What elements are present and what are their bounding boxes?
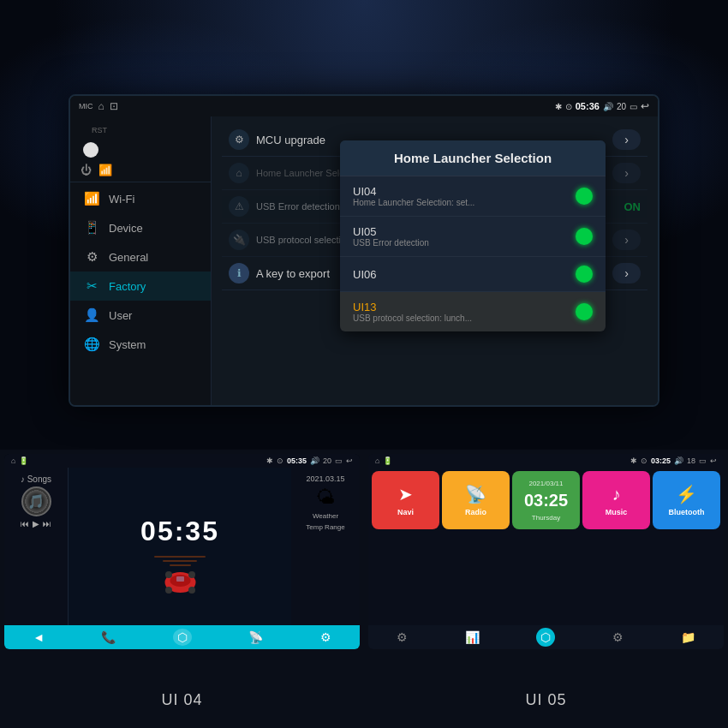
ui04-back-icon[interactable]: ↩ (346, 456, 353, 465)
export-left: ℹ A key to export (229, 263, 330, 283)
ui04-wifi-icon: ⊙ (277, 456, 283, 465)
ui05-nav-chart[interactable]: 📊 (465, 630, 480, 644)
mcu-label: MCU upgrade (256, 134, 325, 146)
dialog-item-ui13[interactable]: UI13 USB protocol selection: lunch... (340, 292, 606, 331)
home-launcher-arrow-btn[interactable]: › (612, 163, 641, 183)
sidebar-item-device[interactable]: 📱 Device (70, 213, 211, 242)
back-icon[interactable]: ↩ (641, 100, 649, 112)
ui05-status-bar: ⌂ 🔋 ✱ ⊙ 03:25 🔊 18 ▭ ↩ (368, 454, 724, 468)
ui05-nav-gear[interactable]: ⚙ (612, 630, 624, 644)
wrench-icon: ✂ (83, 278, 100, 294)
sidebar-item-user[interactable]: 👤 User (70, 301, 211, 330)
sidebar-item-system[interactable]: 🌐 System (70, 330, 211, 359)
ui05-body: ➤ Navi 📡 Radio 2021/03/11 03:25 Thurs (368, 468, 724, 622)
ui13-sublabel: USB protocol selection: lunch... (353, 313, 472, 323)
power-icon[interactable]: ⏻ (81, 164, 92, 176)
mic-label: MIC (79, 102, 93, 110)
wifi-status-icon: ⊙ (565, 102, 572, 111)
user-icon: 👤 (83, 307, 100, 323)
ui06-toggle[interactable] (576, 266, 593, 283)
usb-protocol-arrow-btn[interactable]: › (612, 230, 641, 250)
mcu-arrow-btn[interactable]: › (612, 129, 641, 150)
sidebar-item-factory[interactable]: ✂ Factory (70, 272, 211, 301)
ui04-left-panel: ♪ Songs 🎵 ⏮ ▶ ⏭ (4, 468, 69, 646)
ui04-bottom-label: UI 04 (0, 677, 364, 724)
home-launcher-icon: ⌂ (229, 163, 249, 183)
wifi-icon: 📶 (83, 191, 100, 206)
camera-icon: ⊡ (110, 100, 118, 112)
export-arrow-btn[interactable]: › (612, 263, 641, 283)
status-bar-right: ✱ ⊙ 05:36 🔊 20 ▭ ↩ (555, 100, 649, 112)
battery-icon: ▭ (630, 102, 637, 111)
ui04-home-icon: ⌂ (11, 456, 15, 465)
ui05-toggle[interactable] (576, 228, 593, 245)
next-btn[interactable]: ⏭ (43, 519, 51, 528)
navi-label: Navi (397, 508, 414, 516)
ui05-nav-home[interactable]: ⬡ (536, 628, 555, 647)
ui05-time: 03:25 (651, 456, 671, 465)
ui04-sub-screen: ⌂ 🔋 ✱ ⊙ 05:35 🔊 20 ▭ ↩ (0, 450, 364, 677)
gear-icon: ⚙ (83, 249, 100, 265)
bluetooth-icon: ⚡ (676, 484, 697, 504)
bottom-section: ⌂ 🔋 ✱ ⊙ 05:35 🔊 20 ▭ ↩ (0, 450, 728, 728)
radio-tile[interactable]: 📡 Radio (442, 471, 510, 529)
ui05-nav-folder[interactable]: 📁 (681, 630, 695, 644)
music-note-icon: ♪ Songs (21, 474, 51, 484)
prev-btn[interactable]: ⏮ (21, 519, 29, 528)
music-disc[interactable]: 🎵 (21, 486, 51, 516)
music-widget: ♪ Songs 🎵 ⏮ ▶ ⏭ (9, 474, 63, 528)
sidebar-item-general[interactable]: ⚙ General (70, 242, 211, 272)
clock-tile[interactable]: 2021/03/11 03:25 Thursday (512, 471, 580, 529)
nav-direction-icon[interactable]: ◄ (33, 630, 45, 644)
sub-screens: ⌂ 🔋 ✱ ⊙ 05:35 🔊 20 ▭ ↩ (0, 450, 728, 677)
ui05-bottom-label: UI 05 (364, 677, 728, 724)
weather-label: Weather (313, 512, 338, 520)
nav-phone-icon[interactable]: 📞 (101, 630, 116, 644)
ui05-bat-icon: ▭ (699, 456, 707, 465)
bluetooth-status-icon: ✱ (555, 102, 562, 111)
ui05-bat-num: 18 (687, 456, 695, 465)
music-controls: ⏮ ▶ ⏭ (21, 519, 51, 528)
play-btn[interactable]: ▶ (33, 519, 39, 528)
usb-error-toggle[interactable]: ON (624, 200, 641, 213)
dialog-item-ui05[interactable]: UI05 USB Error detection (340, 217, 606, 257)
mcu-upgrade-left: ⚙ MCU upgrade (229, 129, 325, 150)
music-tile[interactable]: ♪ Music (582, 471, 650, 529)
sidebar: RST ⏻ 📶 📶 Wi-Fi 📱 Device (70, 116, 212, 405)
dialog-item-ui04[interactable]: UI04 Home Launcher Selection: set... (340, 176, 606, 217)
ui05-nav-settings[interactable]: ⚙ (397, 630, 408, 644)
weather-sun-icon: 🌤 (316, 486, 335, 509)
globe-icon: 🌐 (83, 337, 100, 352)
nav-signal-icon[interactable]: 📡 (248, 630, 263, 644)
navi-tile[interactable]: ➤ Navi (372, 471, 439, 529)
time-display: 05:36 (576, 101, 600, 111)
sidebar-dot (83, 142, 98, 158)
ui04-body: ♪ Songs 🎵 ⏮ ▶ ⏭ (4, 468, 360, 646)
app-grid: ➤ Navi 📡 Radio 2021/03/11 03:25 Thurs (372, 471, 720, 529)
ui04-toggle[interactable] (576, 188, 593, 205)
nav-grid-icon[interactable]: ⬡ (173, 629, 192, 646)
usb-error-label: USB Error detection (256, 201, 340, 212)
export-icon: ℹ (229, 263, 249, 283)
dialog-item-ui06[interactable]: UI06 (340, 257, 606, 292)
ui05-wifi-icon: ⊙ (641, 456, 647, 465)
status-bar: MIC ⌂ ⊡ ✱ ⊙ 05:36 🔊 20 ▭ ↩ (70, 96, 658, 116)
ui04-right-panel: 2021.03.15 🌤 Weather Temp Range (291, 468, 360, 646)
usb-error-left: ⚠ USB Error detection (229, 196, 340, 217)
nav-settings-icon[interactable]: ⚙ (320, 630, 331, 644)
temp-range-label: Temp Range (306, 523, 344, 531)
ui05-back-icon[interactable]: ↩ (710, 456, 717, 465)
rst-label: RST (79, 124, 120, 136)
clock-date: 2021/03/11 (528, 480, 563, 487)
bluetooth-tile[interactable]: ⚡ Bluetooth (653, 471, 720, 529)
ui04-status-bar: ⌂ 🔋 ✱ ⊙ 05:35 🔊 20 ▭ ↩ (4, 454, 360, 468)
sidebar-item-wifi[interactable]: 📶 Wi-Fi (70, 184, 211, 213)
sidebar-general-label: General (109, 251, 148, 264)
bluetooth-label: Bluetooth (669, 508, 705, 516)
device-icon: 📱 (83, 220, 100, 236)
home-launcher-dialog: Home Launcher Selection UI04 Home Launch… (340, 140, 606, 331)
ui13-toggle[interactable] (576, 303, 593, 320)
svg-point-3 (188, 587, 195, 594)
ui04-vol-icon: 🔊 (310, 456, 319, 465)
ui04-bottom-nav: ◄ 📞 ⬡ 📡 ⚙ (4, 625, 360, 649)
